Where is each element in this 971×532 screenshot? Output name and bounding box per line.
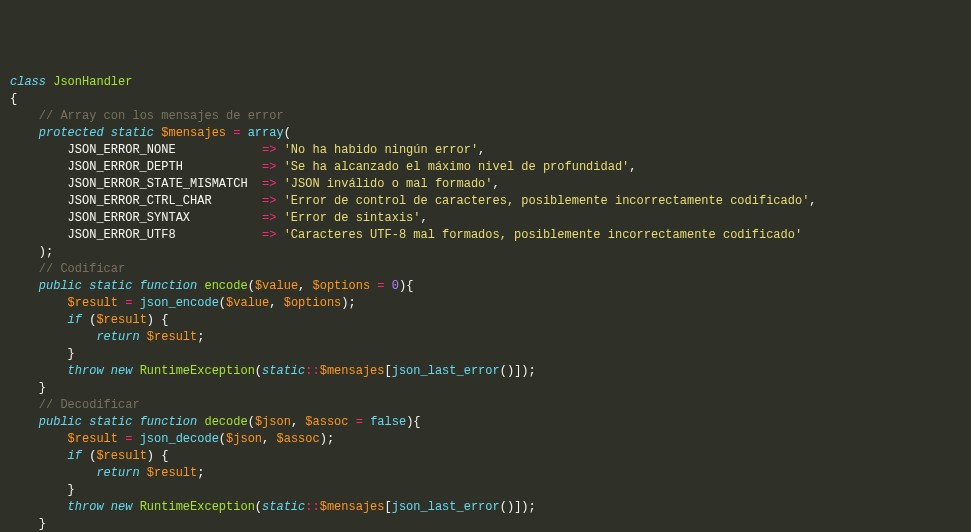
fn-decode: decode bbox=[204, 415, 247, 429]
keyword-array: array bbox=[248, 126, 284, 140]
class-runtime-exception: RuntimeException bbox=[140, 364, 255, 378]
string: 'Error de control de caracteres, posible… bbox=[284, 194, 810, 208]
class-name: JsonHandler bbox=[53, 75, 132, 89]
const: JSON_ERROR_SYNTAX bbox=[68, 211, 190, 225]
string: 'No ha habido ningún error' bbox=[284, 143, 478, 157]
keyword-static: static bbox=[111, 126, 154, 140]
string: 'Error de sintaxis' bbox=[284, 211, 421, 225]
fn-json-last-error: json_last_error bbox=[392, 364, 500, 378]
comment: // Array con los mensajes de error bbox=[39, 109, 284, 123]
op-eq: = bbox=[233, 126, 240, 140]
keyword-protected: protected bbox=[39, 126, 104, 140]
code-editor[interactable]: { "code": { "class_kw": "class", "class_… bbox=[0, 0, 971, 532]
code-block: class JsonHandler { // Array con los men… bbox=[10, 74, 961, 532]
string: 'Caracteres UTF-8 mal formados, posiblem… bbox=[284, 228, 802, 242]
keyword-public: public bbox=[39, 279, 82, 293]
comment: // Codificar bbox=[39, 262, 125, 276]
const: JSON_ERROR_DEPTH bbox=[68, 160, 183, 174]
keyword-if: if bbox=[68, 313, 82, 327]
fn-encode: encode bbox=[204, 279, 247, 293]
const: JSON_ERROR_NONE bbox=[68, 143, 176, 157]
brace-open: { bbox=[10, 92, 17, 106]
comment: // Decodificar bbox=[39, 398, 140, 412]
fn-json-decode: json_decode bbox=[140, 432, 219, 446]
const: JSON_ERROR_CTRL_CHAR bbox=[68, 194, 212, 208]
const: JSON_ERROR_UTF8 bbox=[68, 228, 176, 242]
string: 'Se ha alcanzado el máximo nivel de prof… bbox=[284, 160, 630, 174]
keyword-function: function bbox=[140, 279, 198, 293]
fn-json-encode: json_encode bbox=[140, 296, 219, 310]
string: 'JSON inválido o mal formado' bbox=[284, 177, 493, 191]
keyword-new: new bbox=[111, 364, 133, 378]
keyword-return: return bbox=[96, 330, 139, 344]
var-mensajes: $mensajes bbox=[161, 126, 226, 140]
keyword-class: class bbox=[10, 75, 46, 89]
keyword-throw: throw bbox=[68, 364, 104, 378]
const: JSON_ERROR_STATE_MISMATCH bbox=[68, 177, 248, 191]
